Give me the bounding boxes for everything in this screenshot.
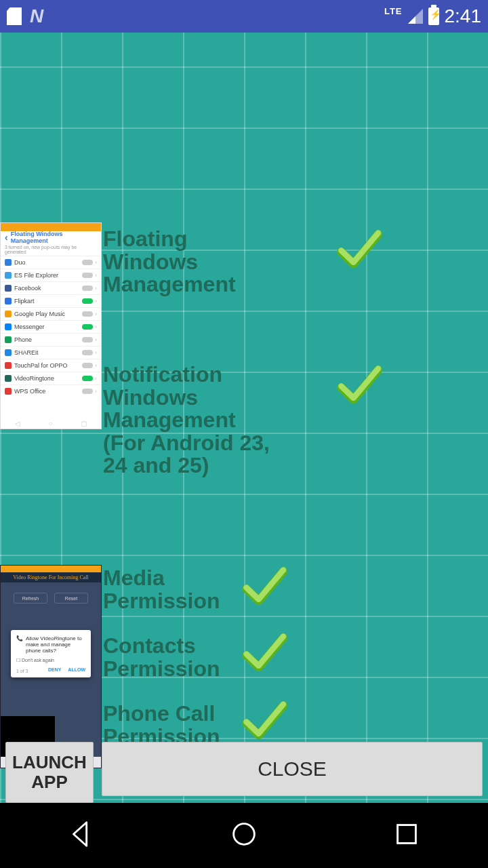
thumb-app-row: Google Play Music› (1, 307, 101, 320)
battery-charging-icon (428, 7, 439, 25)
thumb-app-row: Facebook› (1, 281, 101, 294)
launch-app-button[interactable]: LAUNCH APP (5, 742, 94, 803)
android-n-icon: N (30, 5, 43, 27)
thumb-app-row: TouchPal for OPPO› (1, 359, 101, 372)
clock-time: 2:41 (445, 5, 482, 27)
back-button[interactable] (66, 818, 97, 852)
example-screenshot-permission-dialog: Video Ringtone For Incoming Call Refresh… (0, 565, 102, 768)
thumb-app-row: SHAREit› (1, 346, 101, 359)
recent-apps-button[interactable] (391, 818, 422, 852)
home-button[interactable] (228, 818, 260, 852)
thumb-app-row: WPS Office› (1, 384, 101, 397)
example-screenshot-floating-windows: Floating Windows Management 3 turned on,… (0, 222, 102, 429)
close-button[interactable]: CLOSE (102, 742, 483, 796)
svg-rect-1 (398, 825, 416, 844)
thumb-app-row: ES File Explorer› (1, 269, 101, 281)
status-bar: N LTE 2:41 (0, 0, 488, 33)
thumb-app-row: Messenger› (1, 320, 101, 333)
check-icon (241, 629, 288, 677)
check-icon (241, 697, 288, 745)
permission-label: Floating Windows Management (103, 228, 279, 296)
sd-card-icon (7, 7, 22, 25)
check-icon (241, 563, 288, 610)
svg-point-0 (234, 824, 255, 845)
check-icon (336, 361, 383, 409)
thumb-app-row: Flipkart› (1, 294, 101, 307)
network-lte-label: LTE (384, 6, 403, 16)
thumb-app-row: VideoRingtone› (1, 372, 101, 384)
thumb-app-row: Duo› (1, 256, 101, 269)
permission-label: Notification Windows Management (For And… (103, 363, 279, 477)
permissions-screen: Floating Windows Management 3 turned on,… (0, 33, 488, 803)
action-button-bar: LAUNCH APP CLOSE (5, 742, 483, 803)
thumb-app-row: Phone› (1, 333, 101, 346)
check-icon (336, 226, 383, 273)
android-navigation-bar (0, 803, 488, 868)
signal-icon (408, 9, 423, 24)
